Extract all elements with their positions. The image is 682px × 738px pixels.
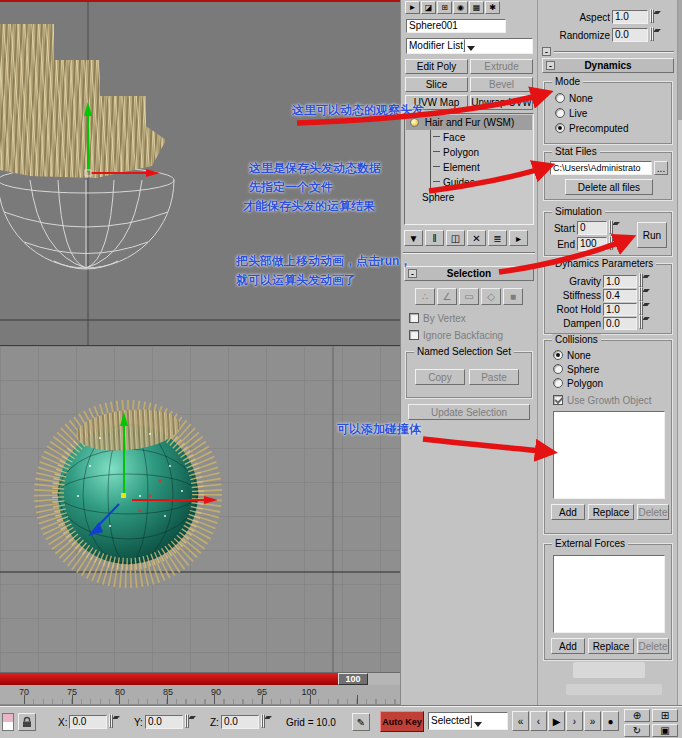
- maxscript-mini-listener[interactable]: [2, 713, 14, 731]
- next-frame-button[interactable]: ›: [566, 711, 583, 731]
- collapse-icon[interactable]: -: [542, 47, 551, 56]
- radio-icon[interactable]: [553, 378, 563, 388]
- modifier-on-off-bulb-icon[interactable]: [410, 118, 419, 127]
- time-slider-handle[interactable]: 100: [338, 673, 368, 685]
- collapse-icon[interactable]: -: [408, 269, 417, 278]
- object-name-field[interactable]: Sphere001: [406, 19, 506, 33]
- go-to-end-button[interactable]: »: [584, 711, 601, 731]
- tab-display[interactable]: ▦: [469, 1, 484, 14]
- stack-subitem-face[interactable]: Face: [431, 130, 532, 145]
- key-mode-toggle-button[interactable]: ●: [602, 711, 619, 731]
- tab-modify[interactable]: ◪: [421, 1, 436, 14]
- randomize-spinner[interactable]: [650, 28, 661, 42]
- collision-delete-button[interactable]: Delete: [637, 504, 669, 520]
- run-button[interactable]: Run: [637, 222, 667, 248]
- scrollbar-thumb[interactable]: [678, 0, 682, 120]
- collision-replace-button[interactable]: Replace: [588, 504, 634, 520]
- tab-hierarchy[interactable]: ⊞: [437, 1, 452, 14]
- aspect-spinner[interactable]: [650, 10, 661, 24]
- radio-icon[interactable]: [555, 93, 565, 103]
- tab-motion[interactable]: ◉: [453, 1, 468, 14]
- selection-set-dropdown[interactable]: Selected: [428, 712, 508, 730]
- timeline-ruler[interactable]: 70 75 80 85 90 95 100: [0, 685, 400, 705]
- collision-objects-list[interactable]: [553, 411, 665, 499]
- dampen-spinner[interactable]: [639, 316, 650, 330]
- play-button[interactable]: ▶: [548, 711, 565, 731]
- end-spinner[interactable]: [609, 237, 620, 251]
- selection-lock-toggle[interactable]: [18, 713, 36, 731]
- auto-key-button[interactable]: Auto Key: [380, 711, 424, 732]
- forces-replace-button[interactable]: Replace: [588, 638, 634, 654]
- tab-utilities[interactable]: ✱: [485, 1, 500, 14]
- delete-all-files-button[interactable]: Delete all files: [565, 179, 653, 195]
- mode-precomputed-radio[interactable]: Precomputed: [555, 123, 628, 134]
- copy-button[interactable]: Copy: [415, 369, 465, 385]
- previous-frame-button[interactable]: ‹: [530, 711, 547, 731]
- gravity-spinner[interactable]: [639, 274, 650, 288]
- zoom-button[interactable]: ⊕: [624, 709, 650, 722]
- subobject-polygon-button[interactable]: ◇: [481, 288, 501, 305]
- end-field[interactable]: 100: [577, 237, 607, 251]
- stack-subitem-guides[interactable]: Guides: [431, 175, 532, 190]
- stack-options-button[interactable]: ▸: [509, 230, 528, 246]
- checkbox-icon[interactable]: [409, 313, 419, 323]
- remove-modifier-button[interactable]: ✕: [467, 230, 486, 246]
- rollout-selection[interactable]: - Selection: [404, 266, 534, 281]
- root-hold-spinner[interactable]: [639, 302, 650, 316]
- y-field[interactable]: 0.0: [145, 715, 183, 729]
- stack-item-hair-and-fur[interactable]: Hair and Fur (WSM): [406, 115, 532, 130]
- radio-icon[interactable]: [553, 350, 563, 360]
- subobject-vertex-button[interactable]: ∴: [415, 288, 435, 305]
- time-slider-track[interactable]: [0, 673, 338, 685]
- root-hold-field[interactable]: 1.0: [603, 303, 637, 316]
- stack-subitem-element[interactable]: Element: [431, 160, 532, 175]
- stiffness-field[interactable]: 0.4: [603, 289, 637, 302]
- radio-icon[interactable]: [555, 123, 565, 133]
- chevron-down-icon[interactable]: [463, 39, 465, 52]
- radio-icon[interactable]: [553, 364, 563, 374]
- gravity-field[interactable]: 1.0: [603, 275, 637, 288]
- stat-file-path-field[interactable]: C:\Users\Administrato: [550, 161, 652, 175]
- z-spinner[interactable]: [261, 715, 272, 729]
- aspect-field[interactable]: 1.0: [612, 10, 648, 24]
- collisions-sphere-radio[interactable]: Sphere: [553, 364, 599, 375]
- start-field[interactable]: 0: [577, 221, 607, 235]
- start-spinner[interactable]: [609, 221, 620, 235]
- collision-add-button[interactable]: Add: [551, 504, 585, 520]
- subobject-element-button[interactable]: ■: [503, 288, 523, 305]
- zoom-extents-button[interactable]: ⊞: [652, 709, 678, 722]
- x-field[interactable]: 0.0: [69, 715, 107, 729]
- y-spinner[interactable]: [185, 715, 196, 729]
- pin-stack-button[interactable]: ▼: [404, 230, 423, 246]
- update-selection-button[interactable]: Update Selection: [408, 404, 530, 420]
- orbit-button[interactable]: ↻: [624, 724, 650, 737]
- ignore-backfacing-checkbox[interactable]: Ignore Backfacing: [409, 330, 503, 341]
- collapse-icon[interactable]: -: [546, 61, 555, 70]
- listener-script-strip[interactable]: [3, 722, 13, 730]
- stack-subitem-polygon[interactable]: Polygon: [431, 145, 532, 160]
- maximize-viewport-button[interactable]: ▣: [652, 724, 678, 737]
- forces-add-button[interactable]: Add: [551, 638, 585, 654]
- randomize-field[interactable]: 0.0: [612, 28, 648, 42]
- x-spinner[interactable]: [109, 715, 120, 729]
- modifier-list-dropdown[interactable]: Modifier List: [406, 38, 533, 54]
- checkbox-icon[interactable]: [553, 395, 563, 405]
- rollout-dynamics[interactable]: - Dynamics: [542, 58, 674, 73]
- stiffness-spinner[interactable]: [639, 288, 650, 302]
- time-slider[interactable]: 100: [0, 672, 400, 685]
- browse-button[interactable]: ...: [654, 161, 668, 175]
- by-vertex-checkbox[interactable]: By Vertex: [409, 313, 466, 324]
- z-field[interactable]: 0.0: [221, 715, 259, 729]
- collisions-none-radio[interactable]: None: [553, 350, 591, 361]
- configure-modifier-sets-button[interactable]: ≣: [488, 230, 507, 246]
- tab-create[interactable]: ►: [405, 1, 420, 14]
- edit-poly-button[interactable]: Edit Poly: [405, 59, 468, 74]
- collisions-polygon-radio[interactable]: Polygon: [553, 378, 603, 389]
- modifier-stack[interactable]: Hair and Fur (WSM) Face Polygon Element …: [404, 113, 534, 225]
- radio-icon[interactable]: [555, 108, 565, 118]
- go-to-start-button[interactable]: «: [512, 711, 529, 731]
- subobject-border-button[interactable]: ▭: [459, 288, 479, 305]
- viewport-perspective[interactable]: [0, 345, 400, 672]
- use-growth-object-checkbox[interactable]: Use Growth Object: [553, 395, 651, 406]
- mode-none-radio[interactable]: None: [555, 93, 593, 104]
